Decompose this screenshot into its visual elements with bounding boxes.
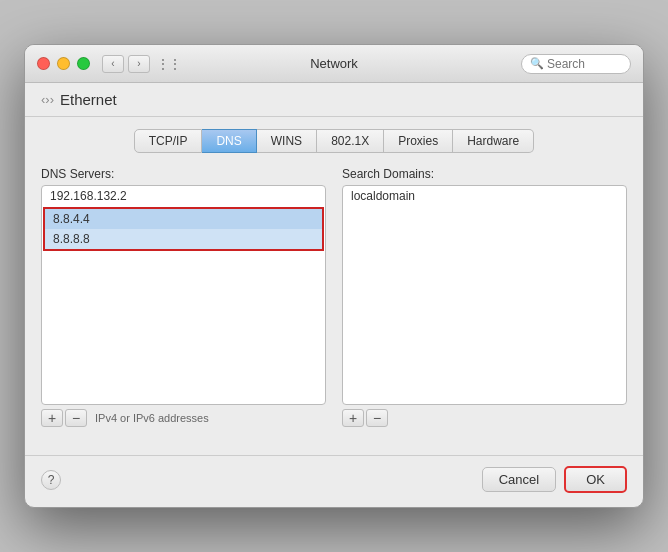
titlebar: ‹ › ⋮⋮ Network 🔍 [25, 45, 643, 83]
footer: ? Cancel OK [25, 455, 643, 507]
dns-item-2[interactable]: 8.8.8.8 [45, 229, 322, 249]
search-domains-add-button[interactable]: + [342, 409, 364, 427]
left-arrow-icon: ‹›› [41, 92, 54, 107]
dns-hint-label: IPv4 or IPv6 addresses [95, 412, 209, 424]
breadcrumb: ‹›› Ethernet [25, 83, 643, 117]
minimize-button[interactable] [57, 57, 70, 70]
search-box[interactable]: 🔍 [521, 54, 631, 74]
dns-remove-button[interactable]: − [65, 409, 87, 427]
search-domains-remove-button[interactable]: − [366, 409, 388, 427]
tab-proxies[interactable]: Proxies [384, 129, 453, 153]
search-icon: 🔍 [530, 57, 544, 70]
content-area: TCP/IP DNS WINS 802.1X Proxies Hardware … [25, 117, 643, 443]
tab-wins[interactable]: WINS [257, 129, 317, 153]
dns-list-box: 192.168.132.2 8.8.4.4 8.8.8.8 [41, 185, 326, 405]
back-button[interactable]: ‹ [102, 55, 124, 73]
tab-dns[interactable]: DNS [202, 129, 256, 153]
breadcrumb-label: Ethernet [60, 91, 117, 108]
window-title: Network [310, 56, 358, 71]
tab-bar: TCP/IP DNS WINS 802.1X Proxies Hardware [41, 129, 627, 153]
maximize-button[interactable] [77, 57, 90, 70]
breadcrumb-arrows: ‹›› [41, 92, 54, 107]
panels: DNS Servers: 192.168.132.2 8.8.4.4 8.8.8… [41, 167, 627, 427]
search-domains-panel: Search Domains: localdomain + − [342, 167, 627, 427]
search-domain-item-0[interactable]: localdomain [343, 186, 626, 206]
dns-item-1[interactable]: 8.8.4.4 [45, 209, 322, 229]
grid-icon[interactable]: ⋮⋮ [158, 55, 180, 73]
nav-controls: ‹ › ⋮⋮ [102, 55, 180, 73]
dns-add-button[interactable]: + [41, 409, 63, 427]
dns-item-0[interactable]: 192.168.132.2 [42, 186, 325, 206]
help-button[interactable]: ? [41, 470, 61, 490]
search-domains-controls: + − [342, 409, 627, 427]
cancel-button[interactable]: Cancel [482, 467, 556, 492]
tab-tcpip[interactable]: TCP/IP [134, 129, 203, 153]
search-input[interactable] [547, 57, 622, 71]
tab-8021x[interactable]: 802.1X [317, 129, 384, 153]
tab-hardware[interactable]: Hardware [453, 129, 534, 153]
search-domains-list: localdomain [342, 185, 627, 405]
dns-panel-label: DNS Servers: [41, 167, 326, 181]
search-domains-label: Search Domains: [342, 167, 627, 181]
dns-controls: + − IPv4 or IPv6 addresses [41, 409, 326, 427]
dns-panel: DNS Servers: 192.168.132.2 8.8.4.4 8.8.8… [41, 167, 326, 427]
main-window: ‹ › ⋮⋮ Network 🔍 ‹›› Ethernet TCP/IP DNS… [24, 44, 644, 508]
close-button[interactable] [37, 57, 50, 70]
ok-button[interactable]: OK [564, 466, 627, 493]
traffic-lights [37, 57, 90, 70]
forward-button[interactable]: › [128, 55, 150, 73]
